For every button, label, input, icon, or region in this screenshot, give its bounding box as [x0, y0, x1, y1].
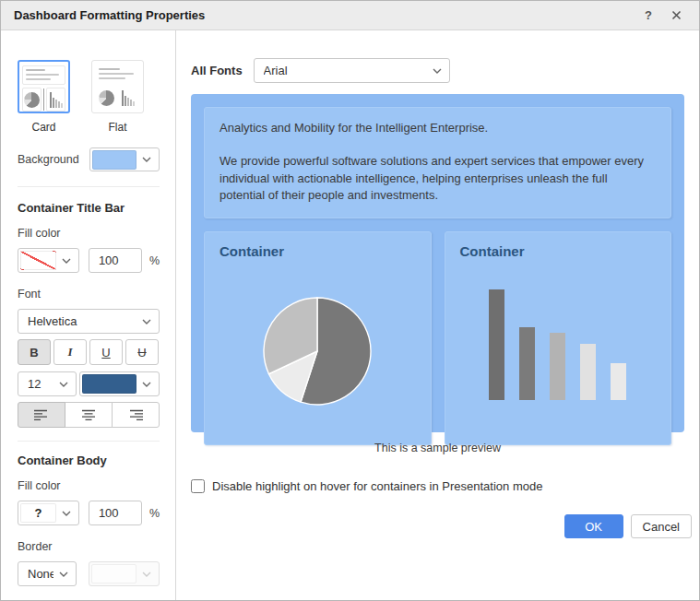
container-title-bar-heading: Container Title Bar	[18, 201, 160, 215]
body-fill-opacity-input[interactable]	[89, 501, 142, 525]
dialog-titlebar: Dashboard Formatting Properties ?	[1, 1, 699, 30]
close-x-glyph	[671, 10, 682, 20]
align-left-icon	[33, 409, 50, 421]
chevron-down-icon	[142, 319, 151, 324]
align-left-button[interactable]	[18, 402, 65, 428]
font-color-swatch	[82, 374, 136, 394]
chevron-down-icon	[62, 258, 71, 264]
close-icon[interactable]	[666, 6, 686, 26]
body-fill-color-dropdown[interactable]: ?	[18, 501, 79, 525]
italic-button[interactable]: I	[53, 339, 87, 365]
background-color-dropdown[interactable]	[89, 147, 160, 171]
sidebar-divider	[18, 186, 160, 187]
pie-chart	[263, 297, 372, 406]
chevron-down-icon	[142, 157, 151, 162]
align-right-icon	[127, 409, 144, 421]
body-percent-label: %	[149, 507, 160, 520]
bar	[519, 327, 535, 400]
pie-chart-icon	[99, 90, 114, 106]
all-fonts-value: Arial	[264, 64, 427, 77]
font-family-dropdown[interactable]: Helvetica	[18, 309, 160, 334]
container-body-heading: Container Body	[18, 454, 160, 467]
preview-container-pie: Container	[204, 231, 432, 445]
dashboard-preview: Analytics and Mobility for the Intellige…	[191, 94, 684, 432]
ok-button[interactable]: OK	[564, 514, 623, 538]
preview-intro-line: Analytics and Mobility for the Intellige…	[219, 120, 656, 136]
bar-chart-icon	[50, 91, 63, 108]
disable-highlight-label: Disable highlight on hover for container…	[212, 479, 542, 493]
sidebar-divider	[18, 441, 160, 442]
bar	[489, 289, 504, 400]
bar-chart-icon	[122, 89, 135, 106]
border-label: Border	[18, 540, 160, 553]
border-color-swatch	[91, 564, 136, 583]
align-center-icon	[80, 409, 97, 421]
bar	[580, 344, 596, 400]
bar	[550, 333, 565, 400]
dashboard-formatting-dialog: Dashboard Formatting Properties ?	[0, 0, 700, 601]
font-size-dropdown[interactable]: 12	[18, 371, 77, 396]
container-title: Container	[445, 232, 671, 259]
preview-description: We provide powerful software solutions a…	[219, 153, 656, 204]
bar-chart	[489, 289, 626, 400]
bold-button[interactable]: B	[18, 339, 51, 365]
border-style-value: None	[28, 567, 53, 581]
all-fonts-label: All Fonts	[191, 64, 243, 77]
no-fill-swatch	[20, 251, 56, 270]
chevron-down-icon	[142, 382, 151, 387]
chevron-down-icon	[433, 68, 442, 74]
titlebar-fill-color-label: Fill color	[18, 227, 160, 240]
font-family-value: Helvetica	[28, 314, 136, 328]
chevron-down-icon	[62, 511, 71, 516]
border-color-dropdown	[89, 561, 160, 586]
underline-button[interactable]: U	[89, 339, 123, 365]
titlebar-fill-color-dropdown[interactable]	[18, 248, 79, 273]
container-title: Container	[205, 232, 431, 259]
titlebar-percent-label: %	[149, 254, 160, 267]
preview-text-panel: Analytics and Mobility for the Intellige…	[204, 107, 671, 218]
background-label: Background	[18, 153, 79, 166]
font-color-dropdown[interactable]	[79, 371, 160, 396]
strikethrough-button[interactable]: U	[125, 339, 159, 365]
bar	[611, 363, 626, 400]
background-color-swatch	[92, 150, 136, 170]
all-fonts-dropdown[interactable]: Arial	[254, 58, 450, 83]
help-icon[interactable]: ?	[638, 6, 658, 26]
dialog-title: Dashboard Formatting Properties	[14, 8, 205, 22]
style-option-flat[interactable]	[91, 60, 144, 113]
mixed-color-swatch: ?	[20, 503, 56, 523]
body-fill-color-label: Fill color	[18, 479, 160, 492]
preview-container-bar: Container	[445, 231, 672, 445]
cancel-button[interactable]: Cancel	[631, 514, 692, 538]
style-option-card-label: Card	[31, 121, 55, 134]
main-panel: All Fonts Arial Analytics and Mobility f…	[176, 30, 700, 600]
align-center-button[interactable]	[65, 402, 113, 428]
chevron-down-icon	[142, 572, 151, 577]
style-option-card[interactable]	[18, 60, 70, 113]
chevron-down-icon	[59, 382, 68, 387]
card-thumbnail-text-lines	[22, 65, 65, 85]
font-label: Font	[18, 288, 160, 300]
sidebar: Card Flat Background	[1, 30, 176, 600]
chevron-down-icon	[59, 572, 68, 577]
border-style-dropdown[interactable]: None	[18, 561, 77, 586]
flat-thumbnail-text-lines	[96, 65, 139, 83]
align-right-button[interactable]	[112, 402, 160, 428]
pie-chart-icon	[24, 92, 40, 108]
style-option-flat-label: Flat	[108, 121, 126, 134]
font-size-value: 12	[28, 377, 53, 391]
titlebar-fill-opacity-input[interactable]	[89, 248, 142, 273]
disable-highlight-checkbox[interactable]	[191, 479, 205, 493]
